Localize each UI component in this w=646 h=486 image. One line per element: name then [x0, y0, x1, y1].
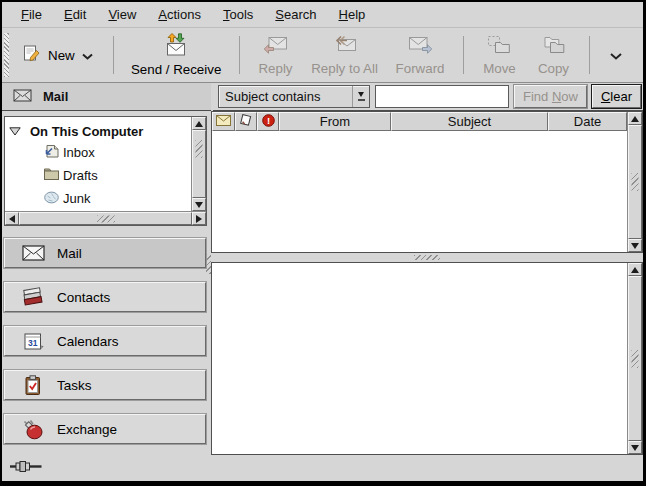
reply-to-all-label: Reply to All [311, 61, 378, 76]
scrollbar-thumb[interactable] [628, 125, 642, 239]
scrollbar-thumb[interactable] [19, 212, 192, 225]
dropdown-arrow-icon [352, 86, 369, 107]
reply-label: Reply [258, 61, 292, 76]
new-button[interactable]: New [15, 38, 104, 72]
find-now-button: Find Now [514, 85, 587, 108]
move-label: Move [483, 61, 516, 76]
folder-header: Mail [2, 83, 211, 111]
tree-item-inbox[interactable]: Inbox [9, 141, 189, 164]
scroll-up-button[interactable] [192, 117, 206, 130]
scrollbar-thumb[interactable] [628, 276, 642, 441]
preview-pane [211, 262, 643, 455]
followup-flag-icon [239, 114, 253, 130]
switcher-label: Exchange [57, 422, 117, 437]
message-list-header: ! From Subject Date [212, 112, 627, 131]
switcher-contacts-button[interactable]: Contacts [4, 282, 206, 312]
column-followup-flag[interactable] [235, 112, 257, 131]
tree-item-junk[interactable]: Junk [9, 187, 189, 210]
chevron-down-icon [610, 48, 622, 63]
scrollbar-thumb[interactable] [192, 130, 206, 198]
scroll-left-button[interactable] [5, 212, 19, 225]
scroll-down-button[interactable] [628, 441, 642, 454]
switcher-exchange-button[interactable]: Exchange [4, 414, 206, 444]
expander-open-icon[interactable] [9, 124, 21, 139]
menu-tools[interactable]: Tools [212, 4, 264, 25]
chevron-down-icon [82, 48, 93, 63]
exchange-icon [21, 419, 45, 440]
svg-text:31: 31 [27, 337, 37, 347]
status-bar [2, 455, 643, 481]
column-date[interactable]: Date [548, 112, 627, 131]
move-button: Move [472, 31, 526, 80]
switcher-label: Tasks [57, 378, 92, 393]
switcher-label: Contacts [57, 290, 110, 305]
tree-root-label: On This Computer [30, 124, 143, 139]
tree-vertical-scrollbar[interactable] [191, 117, 206, 211]
connector-icon[interactable] [9, 460, 43, 476]
column-importance[interactable]: ! [257, 112, 279, 131]
mail-icon [21, 245, 45, 261]
message-list-scrollbar[interactable] [627, 112, 642, 252]
toolbar-separator [463, 36, 464, 74]
evolution-window: File Edit View Actions Tools Search Help… [0, 0, 646, 486]
pane-splitter[interactable] [211, 253, 643, 262]
toolbar: New Send / Receive [2, 28, 643, 83]
switcher-calendars-button[interactable]: 31 Calendars [4, 326, 206, 356]
move-folder-icon [487, 35, 511, 58]
preview-scrollbar[interactable] [627, 263, 642, 454]
send-receive-icon [163, 33, 189, 59]
search-bar: Subject contains Find Now Clear [213, 83, 643, 111]
tree-root-on-this-computer[interactable]: On This Computer [9, 121, 189, 141]
contacts-icon [21, 287, 45, 307]
scroll-down-button[interactable] [628, 239, 642, 252]
inbox-icon [43, 144, 60, 162]
tree-item-drafts[interactable]: Drafts [9, 164, 189, 187]
scroll-right-button[interactable] [192, 212, 206, 225]
column-subject[interactable]: Subject [391, 112, 548, 131]
menubar: File Edit View Actions Tools Search Help [2, 2, 643, 28]
tasks-icon [21, 375, 45, 396]
column-label: Date [574, 114, 601, 129]
junk-icon [43, 190, 60, 207]
forward-button: Forward [387, 31, 454, 80]
scroll-up-button[interactable] [628, 112, 642, 125]
folder-header-label: Mail [43, 89, 68, 104]
message-list-pane: ! From Subject Date [211, 111, 643, 253]
menu-search[interactable]: Search [264, 4, 327, 25]
importance-icon: ! [262, 114, 275, 130]
search-input[interactable] [375, 85, 509, 108]
switcher-mail-button[interactable]: Mail [4, 238, 206, 268]
column-message-status[interactable] [212, 112, 235, 131]
switcher-tasks-button[interactable]: Tasks [4, 370, 206, 400]
forward-label: Forward [396, 61, 445, 76]
menu-view[interactable]: View [97, 4, 147, 25]
switcher-label: Calendars [57, 334, 119, 349]
menu-edit[interactable]: Edit [53, 4, 97, 25]
menu-actions[interactable]: Actions [147, 4, 212, 25]
switcher-label: Mail [57, 246, 82, 261]
toolbar-separator [113, 36, 114, 74]
copy-button: Copy [526, 31, 580, 80]
clear-button[interactable]: Clear [592, 85, 641, 108]
tree-item-label: Drafts [63, 168, 98, 183]
send-receive-button[interactable]: Send / Receive [123, 29, 230, 81]
folder-tree: On This Computer Inbox [4, 116, 207, 226]
menu-file[interactable]: File [10, 4, 53, 25]
search-filter-dropdown[interactable]: Subject contains [218, 85, 370, 108]
tree-item-label: Inbox [63, 145, 95, 160]
copy-folder-icon [541, 35, 565, 58]
menu-help[interactable]: Help [328, 4, 377, 25]
tree-horizontal-scrollbar[interactable] [5, 211, 206, 225]
scroll-down-button[interactable] [192, 198, 206, 211]
column-from[interactable]: From [279, 112, 391, 131]
toolbar-overflow-button[interactable] [599, 41, 633, 70]
splitter-grip[interactable] [414, 255, 440, 260]
reply-all-icon [332, 35, 357, 58]
toolbar-separator [239, 36, 240, 74]
scroll-up-button[interactable] [628, 263, 642, 276]
reply-icon [263, 35, 288, 58]
toolbar-grip[interactable] [4, 33, 9, 77]
message-status-icon [216, 114, 231, 129]
new-button-label: New [48, 48, 75, 63]
svg-text:!: ! [266, 115, 269, 126]
